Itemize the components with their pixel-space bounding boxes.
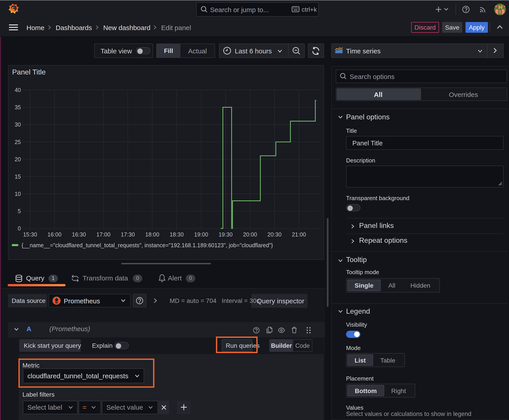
svg-text:20: 20	[15, 156, 21, 162]
svg-text:30: 30	[15, 121, 21, 128]
svg-text:20:30: 20:30	[267, 231, 282, 238]
svg-text:{__name__="cloudflared_tunnel_: {__name__="cloudflared_tunnel_total_requ…	[22, 242, 273, 248]
svg-text:16:00: 16:00	[48, 231, 62, 238]
svg-text:18:00: 18:00	[145, 231, 159, 238]
svg-text:18:30: 18:30	[170, 231, 184, 238]
svg-text:0: 0	[18, 225, 21, 232]
svg-text:15:30: 15:30	[23, 231, 37, 238]
svg-text:15: 15	[15, 173, 21, 180]
svg-text:21:00: 21:00	[292, 231, 306, 238]
svg-text:19:30: 19:30	[219, 231, 233, 238]
svg-text:20:00: 20:00	[243, 231, 257, 238]
svg-text:5: 5	[18, 208, 21, 214]
svg-text:19:00: 19:00	[194, 231, 208, 238]
svg-text:17:00: 17:00	[97, 231, 111, 238]
svg-text:10: 10	[15, 191, 21, 197]
svg-text:40: 40	[15, 87, 21, 93]
svg-text:35: 35	[15, 104, 21, 110]
svg-text:25: 25	[15, 139, 21, 145]
svg-text:16:30: 16:30	[72, 231, 86, 238]
svg-text:17:30: 17:30	[121, 231, 135, 238]
